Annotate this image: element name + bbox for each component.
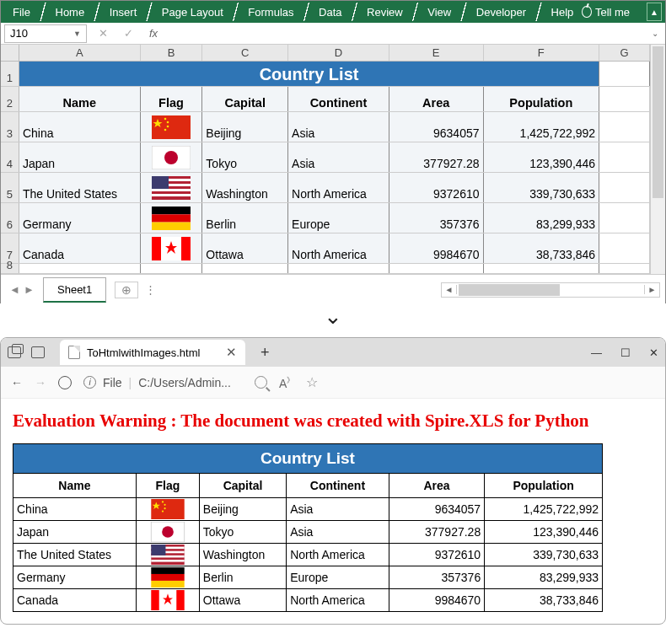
cell-name[interactable]: The United States (19, 173, 141, 202)
tab-actions-icon[interactable] (8, 346, 21, 358)
cell-capital[interactable]: Berlin (202, 203, 288, 233)
workspace-icon[interactable] (31, 346, 45, 358)
row-header-3[interactable]: 3 (1, 112, 19, 142)
cell-empty[interactable] (599, 233, 650, 263)
ribbon-tab-insert[interactable]: Insert (101, 3, 146, 22)
formula-expand-icon[interactable]: ⌄ (652, 29, 658, 38)
nav-reload-icon[interactable] (58, 376, 72, 389)
cell-A2[interactable]: Name (19, 87, 141, 111)
col-header-E[interactable]: E (389, 45, 484, 61)
site-info-icon[interactable]: i (83, 376, 96, 389)
cell-continent[interactable]: Europe (288, 203, 389, 233)
sheetbar-drag-icon[interactable]: ⋮ (145, 283, 158, 296)
formula-accept-icon[interactable]: ✓ (115, 27, 141, 40)
cell-population[interactable]: 83,299,933 (484, 203, 600, 233)
ribbon-tab-home[interactable]: Home (47, 3, 94, 22)
scrollbar-thumb[interactable] (653, 46, 663, 198)
ribbon-tab-formulas[interactable]: Formulas (239, 3, 302, 22)
ribbon-collapse-button[interactable]: ▲ (647, 3, 662, 21)
row-header-8[interactable]: 8 (1, 264, 19, 273)
sheet-nav-prev-icon[interactable]: ◄ (9, 283, 20, 296)
row-header-5[interactable]: 5 (1, 173, 19, 202)
window-close-icon[interactable]: ✕ (649, 346, 658, 359)
cell-continent[interactable]: North America (288, 233, 389, 263)
cell-empty[interactable] (599, 203, 650, 233)
cell-name[interactable]: Canada (19, 233, 141, 263)
cell-population[interactable]: 1,425,722,992 (484, 112, 600, 142)
ribbon-tab-developer[interactable]: Developer (468, 3, 534, 22)
col-header-B[interactable]: B (141, 45, 203, 61)
sheet-nav-next-icon[interactable]: ► (24, 283, 35, 296)
col-header-G[interactable]: G (599, 45, 650, 61)
formula-cancel-icon[interactable]: ✕ (90, 27, 115, 40)
fx-icon[interactable]: fx (141, 27, 166, 40)
hscroll-right-icon[interactable]: ► (644, 285, 659, 294)
select-all-corner[interactable] (1, 45, 19, 61)
namebox-dropdown-icon[interactable]: ▼ (73, 30, 81, 38)
favorite-icon[interactable]: ☆ (306, 374, 318, 390)
col-header-F[interactable]: F (484, 45, 600, 61)
cell-area[interactable]: 377927.28 (389, 142, 484, 172)
cell-capital[interactable]: Ottawa (202, 233, 288, 263)
col-header-D[interactable]: D (288, 45, 389, 61)
browser-tab[interactable]: ToHtmlwithImages.html ✕ (60, 340, 245, 365)
ribbon-tab-data[interactable]: Data (310, 3, 350, 22)
cell-area[interactable]: 357376 (389, 203, 484, 233)
nav-forward-icon[interactable]: → (35, 376, 46, 389)
cell-area[interactable]: 9634057 (389, 112, 484, 142)
url-text[interactable]: C:/Users/Admin... (138, 376, 231, 389)
horizontal-scrollbar[interactable]: ◄ ► (441, 282, 660, 298)
cell-population[interactable]: 38,733,846 (484, 233, 600, 263)
cell-flag[interactable] (141, 203, 203, 233)
cell-continent[interactable]: North America (288, 173, 389, 202)
row-header-1[interactable]: 1 (1, 62, 19, 86)
cell-F2[interactable]: Population (484, 87, 600, 111)
nav-back-icon[interactable]: ← (11, 376, 23, 389)
cell-continent[interactable]: Asia (288, 142, 389, 172)
cell-B2[interactable]: Flag (141, 87, 203, 111)
cell-area[interactable]: 9372610 (389, 173, 484, 202)
name-box[interactable]: J10▼ (4, 24, 87, 43)
cell-name[interactable]: Germany (19, 203, 141, 233)
cell-name[interactable]: China (19, 112, 141, 142)
cell-continent[interactable]: Asia (288, 112, 389, 142)
cell-capital[interactable]: Tokyo (202, 142, 288, 172)
cell-empty[interactable] (599, 112, 650, 142)
zoom-out-icon[interactable] (255, 376, 267, 389)
cell-C2[interactable]: Capital (202, 87, 288, 111)
cell-flag[interactable] (141, 142, 203, 172)
cell-population[interactable]: 123,390,446 (484, 142, 600, 172)
cell-area[interactable]: 9984670 (389, 233, 484, 263)
cell-title[interactable]: Country List (19, 62, 599, 86)
cell-capital[interactable]: Beijing (202, 112, 288, 142)
cell-G2[interactable] (599, 87, 650, 111)
row-header-2[interactable]: 2 (1, 87, 19, 111)
cell-flag[interactable] (141, 233, 203, 263)
hscroll-left-icon[interactable]: ◄ (442, 285, 457, 294)
cell-D2[interactable]: Continent (288, 87, 389, 111)
cell-G1[interactable] (599, 62, 650, 86)
row-header-6[interactable]: 6 (1, 203, 19, 233)
window-maximize-icon[interactable]: ☐ (620, 346, 631, 359)
tellme-input[interactable]: Tell me (595, 3, 638, 22)
ribbon-tab-help[interactable]: Help (543, 3, 583, 22)
read-aloud-icon[interactable]: A》 (279, 375, 294, 390)
cell-capital[interactable]: Washington (202, 173, 288, 202)
cell-empty[interactable] (599, 142, 650, 172)
window-minimize-icon[interactable]: — (591, 346, 602, 359)
cell-E2[interactable]: Area (389, 87, 484, 111)
cell-empty[interactable] (599, 173, 650, 202)
cell-name[interactable]: Japan (19, 142, 141, 172)
ribbon-tab-view[interactable]: View (419, 3, 459, 22)
add-sheet-button[interactable]: ⊕ (115, 282, 138, 298)
col-header-A[interactable]: A (19, 45, 141, 61)
tab-close-icon[interactable]: ✕ (226, 345, 237, 360)
sheet-tab-sheet1[interactable]: Sheet1 (43, 277, 106, 303)
row-header-4[interactable]: 4 (1, 142, 19, 172)
cell-flag[interactable] (141, 112, 203, 142)
cell-population[interactable]: 339,730,633 (484, 173, 600, 202)
cell-flag[interactable] (141, 173, 203, 202)
ribbon-tab-review[interactable]: Review (358, 3, 411, 22)
vertical-scrollbar[interactable] (650, 45, 665, 274)
ribbon-tab-file[interactable]: File (4, 3, 39, 22)
